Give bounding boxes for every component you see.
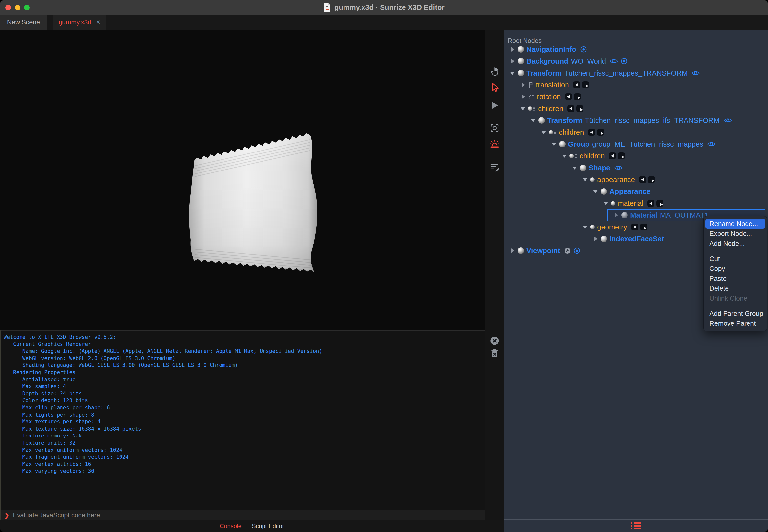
console-line: WebGL version: WebGL 2.0 (OpenGL ES 3.0 … xyxy=(4,355,322,362)
console-line: Name: Google Inc. (Apple) ANGLE (Apple, … xyxy=(4,348,322,355)
outline-editor-list-icon[interactable] xyxy=(631,522,641,530)
eye-visibility-icon[interactable] xyxy=(692,70,700,76)
console-line: Max vertex uniform vectors: 1024 xyxy=(4,447,322,454)
chevron-down-icon[interactable] xyxy=(582,224,588,230)
tree-row-children[interactable]: children xyxy=(504,150,768,162)
bound-indicator-icon[interactable] xyxy=(621,58,628,65)
route-output-connector-icon[interactable] xyxy=(656,200,664,207)
node-ball-icon xyxy=(559,141,565,147)
route-input-connector-icon[interactable] xyxy=(573,81,580,89)
menu-item-add-node[interactable]: Add Node... xyxy=(704,239,767,248)
tree-row-shape[interactable]: Shape xyxy=(504,162,768,174)
eye-visibility-icon[interactable] xyxy=(724,118,732,123)
menu-item-delete[interactable]: Delete xyxy=(704,284,767,293)
chevron-right-icon[interactable] xyxy=(519,94,526,100)
tree-row-transform[interactable]: TransformTütchen_rissc_mappes_TRANSFORM xyxy=(504,67,768,79)
bound-indicator-icon[interactable] xyxy=(580,46,587,53)
route-input-connector-icon[interactable] xyxy=(567,105,574,112)
chevron-down-icon[interactable] xyxy=(530,117,536,124)
menu-item-copy[interactable]: Copy xyxy=(704,264,767,274)
chevron-down-icon[interactable] xyxy=(540,129,547,135)
close-console-icon[interactable] xyxy=(489,335,500,346)
route-input-connector-icon[interactable] xyxy=(647,200,655,207)
panel-tab-console[interactable]: Console xyxy=(220,523,242,530)
eye-visibility-icon[interactable] xyxy=(707,141,716,147)
node-ball-icon xyxy=(569,154,574,158)
viewport-3d[interactable] xyxy=(0,30,485,330)
panel-tab-script-editor[interactable]: Script Editor xyxy=(252,523,284,530)
console-output: Welcome to X_ITE X3D Browser v9.5.2: Cur… xyxy=(4,334,322,475)
node-type-label: Group xyxy=(568,140,590,148)
menu-item-unlink-clone: Unlink Clone xyxy=(704,293,767,303)
tab-gummy-x3d[interactable]: gummy.x3d× xyxy=(53,15,106,30)
tree-row-children[interactable]: children xyxy=(504,103,768,114)
console-input[interactable]: ❯ Evaluate JavaScript code here. xyxy=(1,510,485,520)
tree-row-appearance[interactable]: Appearance xyxy=(504,186,768,197)
route-output-connector-icon[interactable] xyxy=(576,105,584,112)
tree-row-group[interactable]: Groupgroup_ME_Tütchen_rissc_mappes xyxy=(504,138,768,150)
document-icon xyxy=(324,3,331,12)
play-icon[interactable] xyxy=(489,100,500,111)
chevron-right-icon[interactable] xyxy=(509,247,516,254)
route-output-connector-icon[interactable] xyxy=(640,223,647,231)
tree-row-children[interactable]: children xyxy=(504,126,768,138)
node-type-label: Viewpoint xyxy=(526,247,560,255)
console-line: Max fragment uniform vectors: 1024 xyxy=(4,454,322,461)
trash-icon[interactable] xyxy=(489,348,500,359)
tree-row-transform[interactable]: TransformTütchen_rissc_mappes_ifs_TRANSF… xyxy=(504,114,768,126)
node-name-label: WO_World xyxy=(571,57,606,65)
chevron-right-icon[interactable] xyxy=(592,236,599,242)
pan-hand-icon[interactable] xyxy=(489,66,500,77)
route-input-connector-icon[interactable] xyxy=(565,93,572,100)
tree-row-material[interactable]: material xyxy=(504,197,768,209)
eye-visibility-icon[interactable] xyxy=(610,58,618,64)
menu-item-export-node[interactable]: Export Node... xyxy=(704,229,767,239)
route-output-connector-icon[interactable] xyxy=(573,93,581,100)
chevron-down-icon[interactable] xyxy=(592,188,599,195)
node-ball-icon xyxy=(517,247,524,254)
node-type-label: NavigationInfo xyxy=(526,45,576,54)
chevron-down-icon[interactable] xyxy=(551,141,557,147)
route-input-connector-icon[interactable] xyxy=(639,176,646,183)
tree-row-translation[interactable]: translation xyxy=(504,79,768,91)
route-output-connector-icon[interactable] xyxy=(597,129,604,136)
viewfinder-icon[interactable] xyxy=(489,123,500,133)
eye-visibility-icon[interactable] xyxy=(614,165,623,171)
field-name-label: translation xyxy=(536,81,569,89)
tree-row-rotation[interactable]: rotation xyxy=(504,91,768,103)
route-output-connector-icon[interactable] xyxy=(582,81,589,89)
menu-item-rename-node[interactable]: Rename Node... xyxy=(705,219,765,229)
menu-item-paste[interactable]: Paste xyxy=(704,274,767,284)
node-type-label: Transform xyxy=(547,116,582,125)
chevron-down-icon[interactable] xyxy=(509,70,516,76)
tab-close-button[interactable]: × xyxy=(96,19,100,26)
bound-indicator-icon[interactable] xyxy=(573,247,580,254)
chevron-down-icon[interactable] xyxy=(582,176,588,183)
node-type-label: Background xyxy=(526,57,568,65)
chevron-right-icon[interactable] xyxy=(509,46,516,53)
wrench-icon[interactable] xyxy=(564,247,571,254)
menu-item-remove-parent[interactable]: Remove Parent xyxy=(704,319,767,328)
menu-item-cut[interactable]: Cut xyxy=(704,254,767,264)
route-output-connector-icon[interactable] xyxy=(648,176,655,183)
route-input-connector-icon[interactable] xyxy=(631,223,638,231)
chevron-down-icon[interactable] xyxy=(571,165,578,171)
chevron-down-icon[interactable] xyxy=(603,200,609,207)
chevron-down-icon[interactable] xyxy=(561,153,567,159)
tree-row-appearance[interactable]: appearance xyxy=(504,174,768,186)
route-input-connector-icon[interactable] xyxy=(609,152,616,160)
field-name-label: material xyxy=(618,199,643,208)
tree-row-background[interactable]: BackgroundWO_World xyxy=(504,55,768,67)
script-editor-icon[interactable] xyxy=(489,162,500,172)
node-ball-icon xyxy=(517,46,524,53)
route-input-connector-icon[interactable] xyxy=(588,129,596,136)
menu-item-add-parent-group[interactable]: Add Parent Group xyxy=(704,309,767,319)
chevron-down-icon[interactable] xyxy=(519,105,526,112)
select-cursor-icon[interactable] xyxy=(489,82,500,93)
chevron-right-icon[interactable] xyxy=(519,82,526,88)
chevron-right-icon[interactable] xyxy=(509,58,516,64)
tab-new-scene[interactable]: New Scene xyxy=(0,15,47,30)
route-output-connector-icon[interactable] xyxy=(618,152,625,160)
tree-row-navigationinfo[interactable]: NavigationInfo xyxy=(504,43,768,55)
light-sun-icon[interactable] xyxy=(489,139,500,150)
